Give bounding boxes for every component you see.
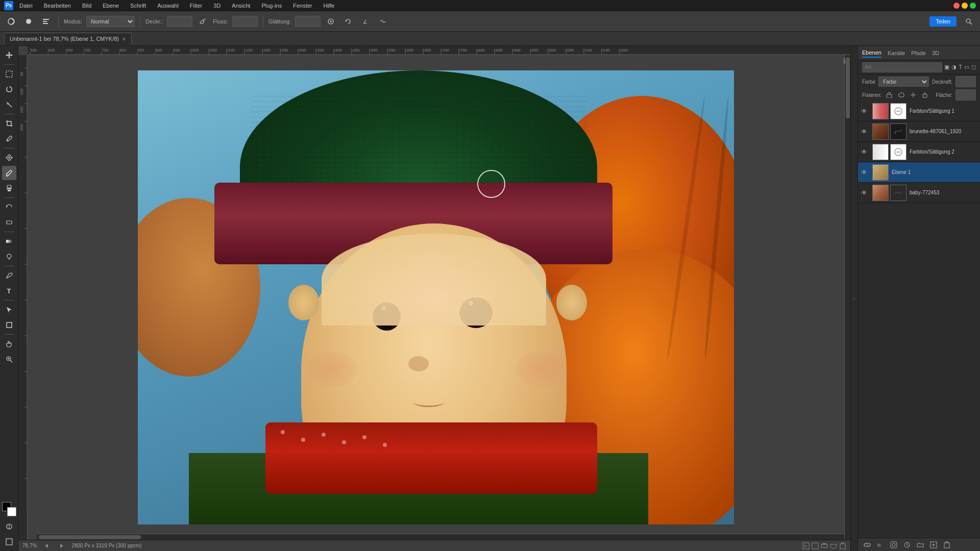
layer-ebene1[interactable]: 👁 Ebene 1 — [858, 162, 980, 183]
heal-tool[interactable] — [2, 151, 16, 165]
color-swatches[interactable] — [2, 502, 16, 516]
status-mask-icon[interactable] — [812, 542, 819, 549]
share-button[interactable]: Teilen — [929, 16, 957, 27]
lasso-tool[interactable] — [2, 82, 16, 96]
layer-group-btn[interactable] — [915, 540, 925, 550]
gradient-tool[interactable] — [2, 234, 16, 248]
smart-icon[interactable]: ◻ — [971, 64, 976, 70]
smoothing-settings-btn[interactable] — [324, 14, 338, 29]
lock-position-btn[interactable] — [909, 90, 917, 100]
menu-auswahl[interactable]: Auswahl — [155, 2, 181, 10]
mode-select[interactable]: Normal Multiplizieren Bildschirm — [86, 16, 135, 27]
layer-search-input[interactable] — [862, 62, 942, 72]
eyedropper-tool[interactable] — [2, 132, 16, 146]
v-scrollbar-thumb[interactable] — [846, 57, 850, 118]
search-btn[interactable] — [962, 14, 976, 29]
menu-bild[interactable]: Bild — [80, 2, 93, 10]
stamp-tool[interactable] — [2, 181, 16, 195]
lock-image-btn[interactable] — [897, 90, 905, 100]
layer-farbton1[interactable]: 👁 Farbton/Sättigung 1 — [858, 101, 980, 121]
zoom-tool[interactable] — [2, 352, 16, 366]
brush-tool-icon[interactable] — [4, 14, 18, 29]
h-scrollbar[interactable] — [37, 534, 844, 540]
menu-datei[interactable]: Datei — [17, 2, 35, 10]
layer-adjust-btn[interactable] — [902, 540, 912, 550]
layer-brunette[interactable]: 👁 brunette-487061_1920 — [858, 121, 980, 142]
minimize-btn[interactable] — [962, 3, 968, 9]
tab-close-btn[interactable]: ✕ — [122, 36, 126, 42]
layer-eye-brunette[interactable]: 👁 — [861, 128, 869, 135]
screen-mode-btn[interactable] — [2, 535, 16, 549]
layer-fx-btn[interactable]: fx — [875, 540, 886, 550]
layer-eye-baby[interactable]: 👁 — [861, 189, 869, 196]
lock-pixel-btn[interactable] — [885, 90, 893, 100]
layer-eye-ebene1[interactable]: 👁 — [861, 169, 869, 176]
angle-btn[interactable]: ∠ — [358, 14, 373, 29]
brush-shape-btn[interactable] — [21, 14, 36, 29]
text-tool[interactable]: T — [2, 284, 16, 298]
status-trash-icon[interactable] — [839, 542, 846, 549]
menu-plugins[interactable]: Plug-ins — [259, 2, 284, 10]
history-brush-tool[interactable] — [2, 200, 16, 214]
airbrush-btn[interactable] — [195, 14, 210, 29]
status-edit-icon[interactable]: fx — [802, 542, 810, 549]
brush-tool[interactable] — [2, 166, 16, 180]
tab-3d[interactable]: 3D — [932, 49, 939, 57]
panel-collapse-btn[interactable]: ‹ — [850, 46, 857, 551]
lock-all-btn[interactable] — [921, 90, 929, 100]
shape-tool[interactable] — [2, 318, 16, 332]
maximize-btn[interactable] — [970, 3, 976, 9]
opacity-input[interactable]: 100% — [955, 76, 976, 87]
glatt-input[interactable]: 0% — [295, 16, 321, 27]
eraser-tool[interactable] — [2, 215, 16, 230]
fill-input[interactable]: 100% — [955, 89, 976, 101]
h-scrollbar-thumb[interactable] — [39, 535, 141, 539]
tab-ebenen[interactable]: Ebenen — [862, 48, 881, 58]
menu-hilfe[interactable]: Hilfe — [321, 2, 336, 10]
tab-kanaele[interactable]: Kanäle — [888, 49, 905, 57]
layer-add-btn[interactable] — [928, 540, 939, 550]
info-icon[interactable]: ℹ — [843, 57, 851, 65]
bg-color[interactable] — [7, 507, 16, 516]
color-select[interactable]: Farbe — [878, 77, 929, 87]
brush-options-btn[interactable] — [39, 14, 53, 29]
tab-pfade[interactable]: Pfade — [911, 49, 926, 57]
rotation-btn[interactable] — [341, 14, 355, 29]
adjust-icon[interactable]: ◑ — [951, 64, 957, 70]
deck-input[interactable]: 100% — [167, 16, 192, 27]
menu-ebene[interactable]: Ebene — [101, 2, 121, 10]
path-select-tool[interactable] — [2, 303, 16, 317]
magic-wand-tool[interactable]: ✦ — [2, 97, 16, 112]
pen-tool[interactable] — [2, 268, 16, 283]
crop-tool[interactable] — [2, 116, 16, 131]
close-btn[interactable] — [953, 3, 960, 9]
layer-eye-farbton2[interactable]: 👁 — [861, 148, 869, 156]
fluss-input[interactable]: 100% — [232, 16, 258, 27]
layer-delete-btn[interactable] — [942, 540, 952, 550]
select-rect-tool[interactable] — [2, 67, 16, 81]
layer-eye-farbton1[interactable]: 👁 — [861, 108, 869, 115]
text-layer-icon[interactable]: T — [959, 64, 962, 70]
shape-layer-icon[interactable]: ▭ — [964, 64, 969, 70]
file-tab[interactable]: Unbenannt-1 bei 78,7% (Ebene 1, CMYK/8) … — [4, 33, 132, 45]
menu-fenster[interactable]: Fenster — [291, 2, 314, 10]
hand-tool[interactable] — [2, 337, 16, 351]
menu-3d[interactable]: 3D — [211, 2, 223, 10]
status-layer-icon[interactable] — [821, 542, 828, 549]
menu-ansicht[interactable]: Ansicht — [230, 2, 252, 10]
v-scrollbar[interactable] — [844, 55, 850, 540]
menu-schrift[interactable]: Schrift — [128, 2, 148, 10]
layer-link-btn[interactable] — [862, 540, 872, 550]
symmetry-btn[interactable] — [376, 14, 390, 29]
canvas-area[interactable] — [28, 55, 844, 540]
menu-filter[interactable]: Filter — [188, 2, 204, 10]
nav-prev-btn[interactable] — [43, 543, 51, 549]
pixel-icon[interactable]: ▣ — [944, 64, 949, 70]
layer-mask-add-btn[interactable] — [889, 540, 899, 550]
dodge-tool[interactable] — [2, 249, 16, 264]
quick-mask-btn[interactable] — [2, 519, 16, 534]
nav-next-btn[interactable] — [57, 543, 65, 549]
layer-baby[interactable]: 👁 baby-772453 — [858, 183, 980, 203]
move-tool[interactable] — [2, 48, 16, 62]
status-folder-icon[interactable] — [830, 542, 837, 549]
